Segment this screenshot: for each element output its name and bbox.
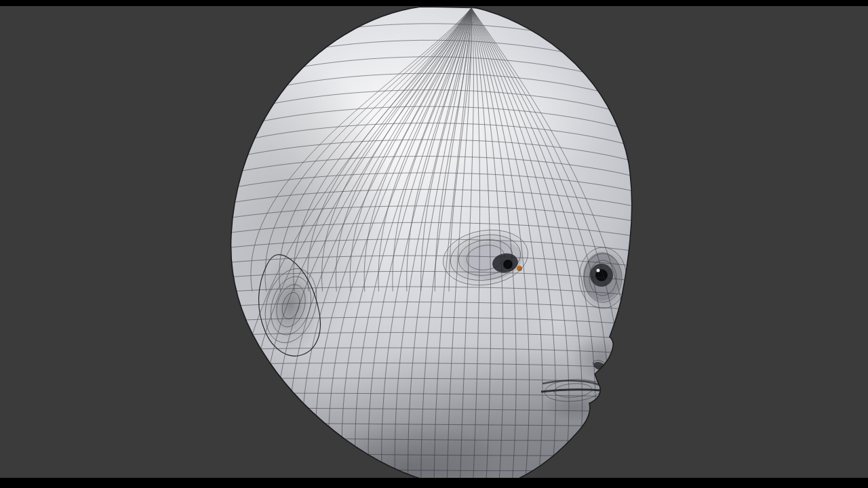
eye-glint-right bbox=[597, 269, 600, 272]
viewport-3d[interactable] bbox=[0, 0, 868, 488]
letterbox-top bbox=[0, 0, 868, 6]
render-canvas bbox=[0, 0, 868, 488]
eye-glint-left bbox=[517, 266, 522, 271]
letterbox-bottom bbox=[0, 478, 868, 488]
